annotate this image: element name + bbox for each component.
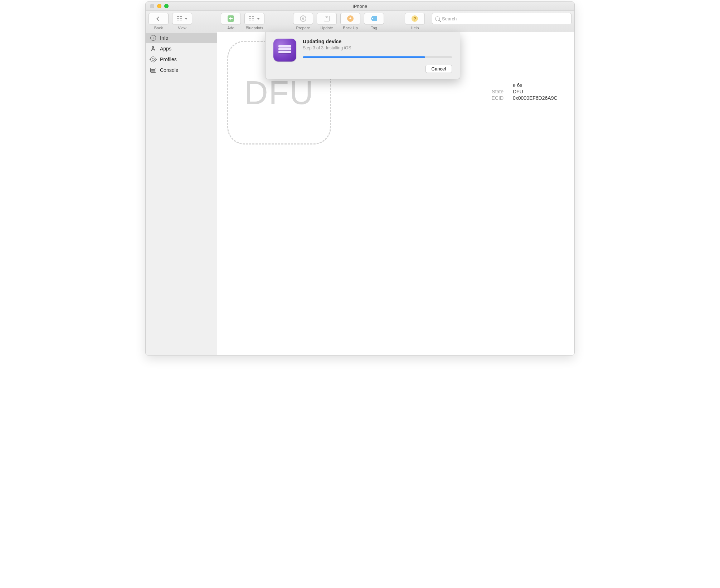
backup-group: Back Up — [340, 13, 360, 30]
dialog-body: Updating device Step 3 of 3: Installing … — [303, 39, 452, 73]
detail-row-model: e 6s — [418, 82, 558, 88]
detail-row-ecid: ECID 0x0000EF6D26A9C — [418, 95, 558, 101]
titlebar: iPhone — [146, 2, 574, 11]
progress-fill — [303, 56, 425, 58]
view-label: View — [178, 26, 186, 30]
sidebar-item-label: Info — [160, 35, 168, 41]
back-label: Back — [154, 26, 163, 30]
grid-icon — [177, 16, 183, 21]
help-label: Help — [411, 26, 419, 30]
update-group: Update — [317, 13, 337, 30]
dialog-actions: Cancel — [303, 65, 452, 73]
toolbar: Back View Add Blueprints — [146, 11, 574, 32]
cancel-button[interactable]: Cancel — [425, 65, 452, 73]
help-icon: ? — [412, 15, 418, 22]
window-title: iPhone — [146, 4, 574, 9]
blueprints-group: Blueprints — [244, 13, 264, 30]
device-details: e 6s State DFU ECID 0x0000EF6D26A9C — [418, 82, 558, 101]
download-icon — [324, 16, 330, 21]
gear-icon — [300, 15, 306, 22]
prepare-label: Prepare — [296, 26, 310, 30]
search-icon — [435, 16, 440, 21]
search-field[interactable] — [432, 13, 571, 24]
tag-label: Tag — [371, 26, 377, 30]
view-group: View — [172, 13, 192, 30]
tag-button[interactable] — [364, 13, 384, 24]
detail-row-state: State DFU — [418, 89, 558, 94]
sidebar-item-info[interactable]: i Info — [146, 33, 217, 43]
prepare-group: Prepare — [293, 13, 313, 30]
apps-icon — [150, 45, 156, 52]
back-button[interactable] — [149, 13, 169, 24]
add-group: Add — [221, 13, 241, 30]
search-input[interactable] — [442, 16, 568, 21]
detail-value-model: e 6s — [513, 82, 522, 88]
prepare-button[interactable] — [293, 13, 313, 24]
sidebar-item-console[interactable]: Console — [146, 65, 217, 75]
progress-bar — [303, 56, 452, 58]
help-button[interactable]: ? — [405, 13, 425, 24]
console-icon — [150, 67, 156, 73]
backup-label: Back Up — [343, 26, 358, 30]
view-button[interactable] — [172, 13, 192, 24]
main-pane: DFU e 6s State DFU ECID 0x0000EF6D26A9C — [217, 32, 574, 355]
update-button[interactable] — [317, 13, 337, 24]
sidebar: i Info Apps Profiles Console — [146, 32, 217, 355]
detail-key-state: State — [418, 89, 503, 94]
add-button[interactable] — [221, 13, 241, 24]
gear-icon — [150, 56, 156, 63]
sidebar-item-label: Profiles — [160, 57, 177, 62]
dialog-title: Updating device — [303, 39, 452, 44]
plus-icon — [228, 15, 234, 22]
configurator-app-icon — [273, 39, 296, 62]
content-body: i Info Apps Profiles Console DFU — [146, 32, 574, 355]
up-arrow-icon — [347, 15, 354, 22]
dialog-subtitle: Step 3 of 3: Installing iOS — [303, 45, 452, 50]
update-label: Update — [320, 26, 333, 30]
info-icon: i — [150, 35, 156, 41]
backup-button[interactable] — [340, 13, 360, 24]
chevron-down-icon — [185, 18, 188, 20]
sidebar-item-profiles[interactable]: Profiles — [146, 54, 217, 65]
detail-value-state: DFU — [513, 89, 523, 94]
blueprints-label: Blueprints — [246, 26, 263, 30]
tag-icon — [371, 16, 377, 21]
blueprints-icon — [249, 16, 256, 21]
chevron-left-icon — [156, 16, 161, 21]
back-group: Back — [149, 13, 169, 30]
sidebar-item-apps[interactable]: Apps — [146, 43, 217, 54]
detail-key-ecid: ECID — [418, 95, 503, 101]
tag-group: Tag — [364, 13, 384, 30]
progress-dialog: Updating device Step 3 of 3: Installing … — [265, 32, 460, 79]
sidebar-item-label: Apps — [160, 46, 171, 52]
detail-value-ecid: 0x0000EF6D26A9C — [513, 95, 558, 101]
app-window: iPhone Back View Add — [145, 1, 575, 356]
add-label: Add — [227, 26, 234, 30]
search-group: . — [432, 13, 571, 30]
help-group: ? Help — [405, 13, 425, 30]
sidebar-item-label: Console — [160, 67, 178, 73]
chevron-down-icon — [257, 18, 260, 20]
blueprints-button[interactable] — [244, 13, 264, 24]
dfu-text: DFU — [244, 74, 314, 112]
detail-key — [418, 82, 503, 88]
svg-point-0 — [152, 46, 154, 48]
